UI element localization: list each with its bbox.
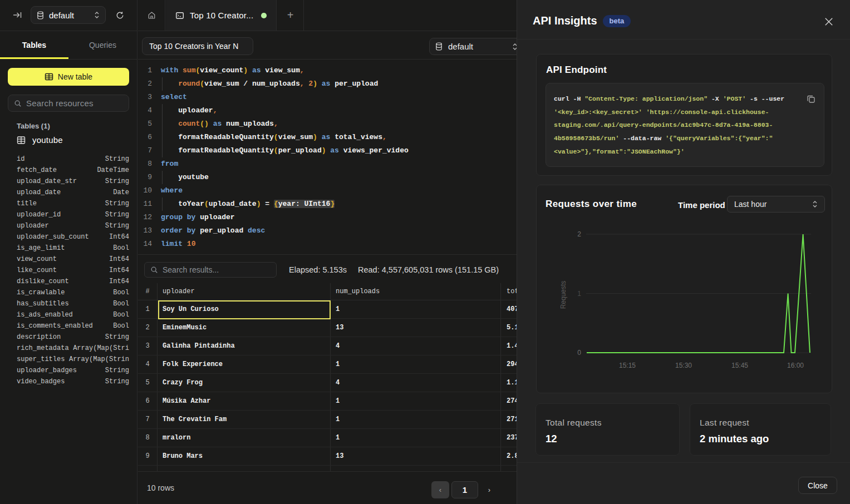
svg-text:0: 0 [577,349,581,357]
svg-text:2: 2 [577,230,581,238]
svg-text:Requests: Requests [559,281,567,309]
svg-text:16:00: 16:00 [787,362,804,369]
svg-text:15:15: 15:15 [619,362,636,369]
svg-text:1: 1 [577,290,581,298]
svg-text:15:45: 15:45 [731,362,748,369]
svg-text:15:30: 15:30 [675,362,692,369]
